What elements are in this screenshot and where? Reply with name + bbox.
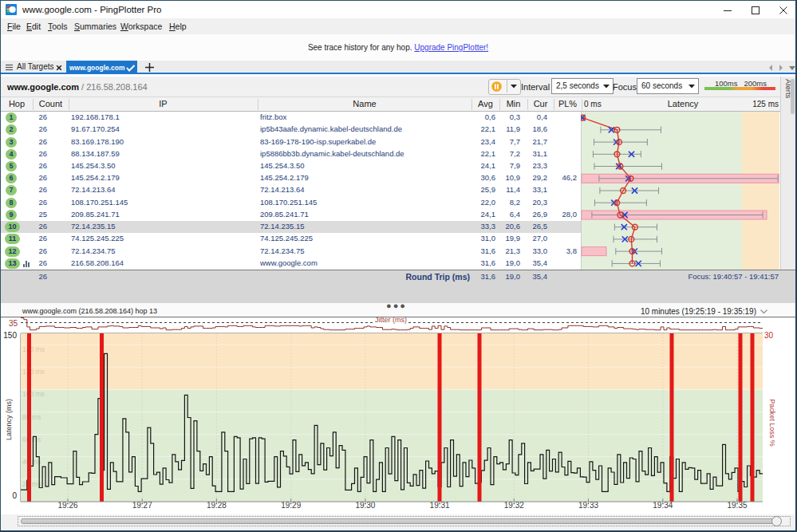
svg-text:35: 35 bbox=[9, 319, 18, 328]
svg-text:40 ms: 40 ms bbox=[22, 458, 41, 466]
svg-text:60 ms: 60 ms bbox=[22, 435, 41, 443]
svg-text:120 ms: 120 ms bbox=[22, 368, 45, 376]
svg-text:19:26: 19:26 bbox=[57, 501, 77, 510]
svg-text:19:28: 19:28 bbox=[207, 501, 227, 510]
svg-text:19:35: 19:35 bbox=[727, 501, 747, 510]
svg-text:19:27: 19:27 bbox=[132, 501, 152, 510]
svg-text:Packet Loss %: Packet Loss % bbox=[768, 399, 776, 447]
svg-text:30: 30 bbox=[764, 331, 774, 340]
svg-text:Jitter (ms): Jitter (ms) bbox=[375, 317, 407, 324]
svg-text:150: 150 bbox=[3, 331, 17, 340]
svg-text:Latency (ms): Latency (ms) bbox=[5, 399, 13, 440]
svg-text:19:33: 19:33 bbox=[578, 501, 598, 510]
svg-text:19:32: 19:32 bbox=[504, 501, 524, 510]
svg-text:19:29: 19:29 bbox=[281, 501, 301, 510]
svg-text:19:31: 19:31 bbox=[430, 501, 450, 510]
svg-text:20 ms: 20 ms bbox=[22, 480, 41, 488]
svg-text:140 ms: 140 ms bbox=[22, 345, 45, 353]
svg-text:19:34: 19:34 bbox=[653, 501, 673, 510]
svg-text:19:30: 19:30 bbox=[355, 501, 375, 510]
svg-text:0: 0 bbox=[12, 491, 17, 500]
svg-text:80 ms: 80 ms bbox=[22, 413, 41, 421]
svg-text:100 ms: 100 ms bbox=[22, 390, 45, 398]
